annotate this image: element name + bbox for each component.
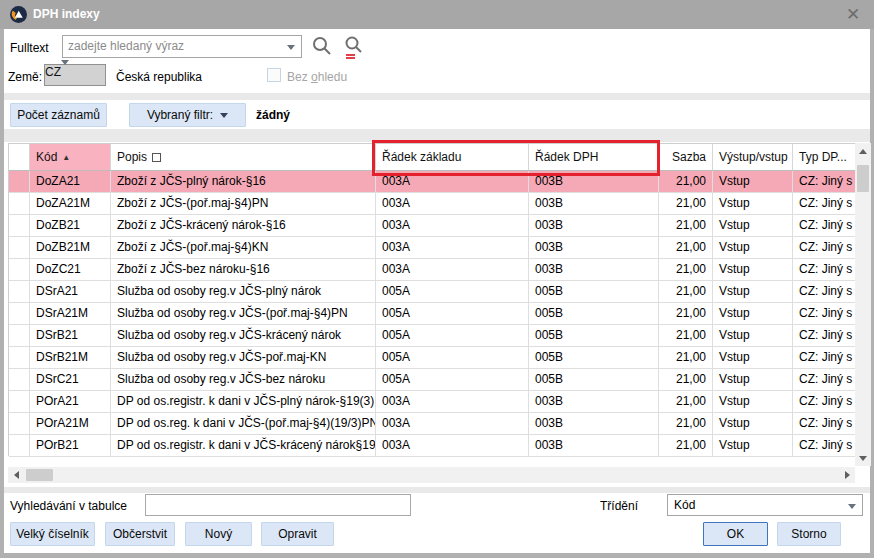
record-count-button[interactable]: Počet záznamů xyxy=(10,103,107,127)
search-button[interactable] xyxy=(310,35,334,59)
horizontal-scrollbar[interactable] xyxy=(8,467,855,483)
cell-typ: CZ: Jiný s xyxy=(793,193,855,214)
cell-typ: CZ: Jiný s xyxy=(793,413,855,434)
table-row[interactable]: POrA21DP od os.registr. k dani v JČS-pln… xyxy=(9,391,855,413)
cell-sazba: 21,00 xyxy=(659,391,713,412)
header-kod[interactable]: Kód▲ xyxy=(30,144,111,170)
cell-vstup: Vstup xyxy=(713,325,793,346)
row-selector[interactable] xyxy=(9,237,30,258)
header-sazba[interactable]: Sazba xyxy=(659,144,713,170)
row-selector[interactable] xyxy=(9,391,30,412)
titlebar[interactable]: DPH indexy ✕ xyxy=(0,0,874,29)
cell-vstup: Vstup xyxy=(713,171,793,192)
cell-zaklad: 003A xyxy=(376,215,529,236)
sort-dropdown[interactable]: Kód xyxy=(667,494,863,516)
cell-vstup: Vstup xyxy=(713,237,793,258)
big-list-button[interactable]: Velký číselník xyxy=(10,522,95,546)
cell-typ: CZ: Jiný s xyxy=(793,281,855,302)
table-row[interactable]: DSrA21Služba od osoby reg.v JČS-plný nár… xyxy=(9,281,855,303)
vertical-scrollbar-thumb[interactable] xyxy=(857,165,869,192)
chevron-down-icon xyxy=(287,45,295,50)
table-row[interactable]: DSrC21Služba od osoby reg.v JČS-bez náro… xyxy=(9,369,855,391)
row-selector[interactable] xyxy=(9,347,30,368)
row-selector[interactable] xyxy=(9,281,30,302)
row-selector[interactable] xyxy=(9,413,30,434)
cell-kod: DoZC21 xyxy=(30,259,111,280)
window-border-bottom xyxy=(0,553,874,558)
table-search-input[interactable] xyxy=(145,494,411,516)
table-row[interactable]: DoZC21Zboží z JČS-bez nároku-§16003A003B… xyxy=(9,259,855,281)
refresh-button[interactable]: Občerstvit xyxy=(105,522,175,546)
row-selector[interactable] xyxy=(9,215,30,236)
cell-zaklad: 003A xyxy=(376,391,529,412)
sort-value: Kód xyxy=(674,498,695,512)
header-radek-dph[interactable]: Řádek DPH xyxy=(529,144,659,170)
cell-kod: DoZA21M xyxy=(30,193,111,214)
cell-dph: 005B xyxy=(529,369,659,390)
cell-typ: CZ: Jiný s xyxy=(793,435,855,456)
header-typ-dp[interactable]: Typ DP... xyxy=(793,144,855,170)
cell-kod: DSrA21 xyxy=(30,281,111,302)
cell-dph: 003B xyxy=(529,413,659,434)
row-selector[interactable] xyxy=(9,369,30,390)
table-row[interactable]: DoZA21Zboží z JČS-plný nárok-§16003A003B… xyxy=(9,171,855,193)
cell-dph: 003B xyxy=(529,391,659,412)
cell-vstup: Vstup xyxy=(713,391,793,412)
cell-zaklad: 003A xyxy=(376,171,529,192)
column-checkbox-icon xyxy=(152,153,161,162)
vertical-scrollbar[interactable] xyxy=(855,143,871,466)
cell-vstup: Vstup xyxy=(713,215,793,236)
table-row[interactable]: DSrA21MSlužba od osoby reg.v JČS-(poř.ma… xyxy=(9,303,855,325)
table-row[interactable]: DoZB21Zboží z JČS-krácený nárok-§16003A0… xyxy=(9,215,855,237)
chevron-down-icon xyxy=(848,504,856,509)
row-selector[interactable] xyxy=(9,259,30,280)
header-popis[interactable]: Popis xyxy=(111,144,376,170)
row-selector[interactable] xyxy=(9,171,30,192)
scroll-down-button[interactable] xyxy=(855,450,871,466)
sort-ascending-icon: ▲ xyxy=(62,153,70,162)
cell-zaklad: 003A xyxy=(376,259,529,280)
scroll-left-button[interactable] xyxy=(8,467,24,483)
country-select[interactable]: CZ xyxy=(44,64,106,86)
cell-typ: CZ: Jiný s xyxy=(793,303,855,324)
close-icon[interactable]: ✕ xyxy=(840,3,866,27)
edit-button[interactable]: Opravit xyxy=(261,522,334,546)
new-button[interactable]: Nový xyxy=(185,522,252,546)
scroll-up-button[interactable] xyxy=(855,143,871,159)
triangle-down-icon xyxy=(859,456,867,461)
cell-typ: CZ: Jiný s xyxy=(793,215,855,236)
cell-vstup: Vstup xyxy=(713,369,793,390)
scroll-right-button[interactable] xyxy=(839,467,855,483)
table-row[interactable]: DSrB21MSlužba od osoby reg.v JČS-poř.maj… xyxy=(9,347,855,369)
cell-kod: DoZA21 xyxy=(30,171,111,192)
table-row[interactable]: POrB21DP od os.registr. k dani v JČS-krá… xyxy=(9,435,855,457)
cell-popis: Služba od osoby reg.v JČS-plný nárok xyxy=(111,281,376,302)
cell-zaklad: 003A xyxy=(376,237,529,258)
header-selector[interactable] xyxy=(9,144,30,170)
selected-filter-dropdown[interactable]: Vybraný filtr: xyxy=(129,103,246,127)
sort-label: Třídění xyxy=(600,499,638,513)
fulltext-combobox[interactable]: zadejte hledaný výraz xyxy=(62,35,302,58)
table-row[interactable]: DoZA21MZboží z JČS-(poř.maj-§4)PN003A003… xyxy=(9,193,855,215)
header-radek-zakladu-label: Řádek základu xyxy=(382,150,461,164)
header-vystup-vstup[interactable]: Výstup/vstup xyxy=(713,144,793,170)
row-selector[interactable] xyxy=(9,325,30,346)
cell-zaklad: 005A xyxy=(376,347,529,368)
row-selector[interactable] xyxy=(9,193,30,214)
table-row[interactable]: POrA21MDP od os.reg. k dani v JČS-(poř.m… xyxy=(9,413,855,435)
cell-vstup: Vstup xyxy=(713,435,793,456)
horizontal-scrollbar-thumb[interactable] xyxy=(26,469,53,481)
header-radek-zakladu[interactable]: Řádek základu xyxy=(376,144,529,170)
ok-button[interactable]: OK xyxy=(703,522,768,546)
bez-ohledu-checkbox[interactable] xyxy=(267,68,281,82)
table-row[interactable]: DoZB21MZboží z JČS-(poř.maj-§4)KN003A003… xyxy=(9,237,855,259)
table-row[interactable]: DSrB21Služba od osoby reg.v JČS-krácený … xyxy=(9,325,855,347)
cancel-button[interactable]: Storno xyxy=(777,522,841,546)
row-selector[interactable] xyxy=(9,435,30,456)
cell-popis: Služba od osoby reg.v JČS-bez nároku xyxy=(111,369,376,390)
row-selector[interactable] xyxy=(9,303,30,324)
advanced-search-button[interactable] xyxy=(342,35,366,59)
triangle-left-icon xyxy=(14,471,19,479)
window-border-left xyxy=(0,29,4,558)
header-sazba-label: Sazba xyxy=(672,150,706,164)
